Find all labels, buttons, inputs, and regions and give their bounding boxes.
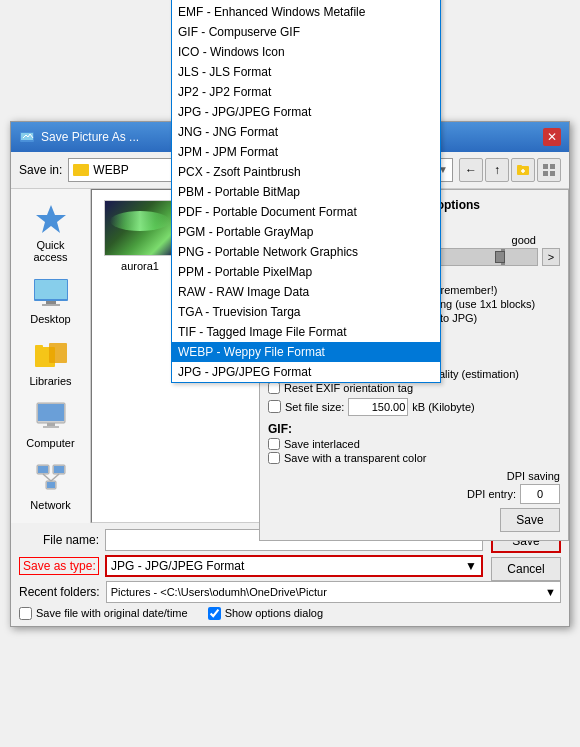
- format-item[interactable]: ICO - Windows Icon: [172, 42, 440, 62]
- good-label: good: [512, 234, 536, 246]
- format-item[interactable]: TGA - Truevision Targa: [172, 302, 440, 322]
- show-options-dialog-option[interactable]: Show options dialog: [208, 607, 323, 620]
- svg-line-28: [43, 474, 51, 481]
- gif-checkbox[interactable]: [268, 438, 280, 450]
- new-folder-button[interactable]: [511, 158, 535, 182]
- quality-thumb: [495, 251, 505, 263]
- sidebar-item-desktop-label: Desktop: [30, 313, 70, 325]
- save-as-type-row: Save as type: JPG - JPG/JPEG Format ▼: [19, 555, 483, 577]
- format-dropdown: BMP - Windows BitmapECW - Enhanced Compr…: [171, 0, 441, 383]
- format-item[interactable]: JNG - JNG Format: [172, 122, 440, 142]
- aurora-thumbnail: [105, 201, 175, 255]
- save-as-type-value: JPG - JPG/JPEG Format: [111, 559, 244, 573]
- dpi-entry-input[interactable]: [520, 484, 560, 504]
- format-item[interactable]: JLS - JLS Format: [172, 62, 440, 82]
- gif-checkbox-label: Save with a transparent color: [284, 452, 426, 464]
- format-item[interactable]: PCX - Zsoft Paintbrush: [172, 162, 440, 182]
- svg-rect-25: [54, 466, 64, 473]
- panel-save-row: Save: [268, 508, 560, 532]
- cancel-button[interactable]: Cancel: [491, 557, 561, 581]
- svg-rect-12: [35, 280, 67, 299]
- gif-checkbox-row: Save with a transparent color: [268, 452, 560, 464]
- svg-rect-19: [38, 404, 64, 421]
- nav-buttons: ← ↑: [459, 158, 561, 182]
- combo-dropdown-arrow-icon: ▼: [465, 559, 477, 573]
- recent-folders-row: Recent folders: Pictures - <C:\Users\odu…: [19, 581, 561, 603]
- recent-folders-label: Recent folders:: [19, 585, 100, 599]
- format-item[interactable]: WEBP - Weppy File Format: [172, 342, 440, 362]
- file-size-input[interactable]: 150.00: [348, 398, 408, 416]
- format-item[interactable]: GIF - Compuserve GIF: [172, 22, 440, 42]
- save-as-type-label: Save as type:: [19, 557, 99, 575]
- network-icon: [31, 461, 71, 497]
- new-folder-icon: [516, 163, 530, 177]
- save-date-option[interactable]: Save file with original date/time: [19, 607, 188, 620]
- dialog-title: Save Picture As ...: [41, 130, 139, 144]
- format-item[interactable]: PDF - Portable Document Format: [172, 202, 440, 222]
- format-item[interactable]: PBM - Portable BitMap: [172, 182, 440, 202]
- format-item[interactable]: JPM - JPM Format: [172, 142, 440, 162]
- sidebar-item-libraries[interactable]: Libraries: [15, 333, 86, 391]
- dpi-entry-label: DPI entry:: [467, 488, 516, 500]
- svg-rect-9: [550, 171, 555, 176]
- options-row: Save file with original date/time Show o…: [19, 607, 561, 620]
- save-in-label: Save in:: [19, 163, 62, 177]
- save-as-type-combo[interactable]: JPG - JPG/JPEG Format ▼: [105, 555, 483, 577]
- quality-increase-button[interactable]: >: [542, 248, 560, 266]
- recent-folders-value: Pictures - <C:\Users\odumh\OneDrive\Pict…: [111, 586, 327, 598]
- view-button[interactable]: [537, 158, 561, 182]
- svg-rect-17: [49, 343, 67, 363]
- quick-access-icon: [31, 201, 71, 237]
- save-date-checkbox[interactable]: [19, 607, 32, 620]
- computer-icon: [31, 399, 71, 435]
- svg-rect-8: [543, 171, 548, 176]
- gif-checkboxes: Save interlacedSave with a transparent c…: [268, 438, 560, 464]
- content-area: aurora1 col JPEG/GIF save options JPEG: …: [91, 189, 569, 523]
- sidebar-item-network[interactable]: Network: [15, 457, 86, 515]
- view-icon: [542, 163, 556, 177]
- file-name-aurora1: aurora1: [121, 260, 159, 272]
- file-size-checkbox[interactable]: [268, 400, 281, 413]
- libraries-icon: [31, 337, 71, 373]
- sidebar-item-computer[interactable]: Computer: [15, 395, 86, 453]
- sidebar-item-network-label: Network: [30, 499, 70, 511]
- jpeg-checkbox[interactable]: [268, 382, 280, 394]
- sidebar-item-quick-access-label: Quick access: [19, 239, 82, 263]
- format-item[interactable]: JP2 - JP2 Format: [172, 82, 440, 102]
- format-item[interactable]: JPG - JPG/JPEG Format: [172, 102, 440, 122]
- recent-folders-combo[interactable]: Pictures - <C:\Users\odumh\OneDrive\Pict…: [106, 581, 561, 603]
- gif-checkbox[interactable]: [268, 452, 280, 464]
- svg-rect-6: [543, 164, 548, 169]
- gif-section: GIF: Save interlacedSave with a transpar…: [268, 422, 560, 464]
- sidebar-item-desktop[interactable]: Desktop: [15, 271, 86, 329]
- svg-line-29: [51, 474, 59, 481]
- svg-rect-23: [38, 466, 48, 473]
- save-date-label: Save file with original date/time: [36, 607, 188, 619]
- gif-checkbox-label: Save interlaced: [284, 438, 360, 450]
- jpeg-checkbox-label: Reset EXIF orientation tag: [284, 382, 413, 394]
- jpeg-checkbox-row: Reset EXIF orientation tag: [268, 382, 560, 394]
- show-options-label: Show options dialog: [225, 607, 323, 619]
- file-thumb-aurora1: [104, 200, 176, 256]
- gif-checkbox-row: Save interlaced: [268, 438, 560, 450]
- format-item[interactable]: EMF - Enhanced Windows Metafile: [172, 2, 440, 22]
- file-item-aurora1[interactable]: aurora1: [100, 198, 180, 274]
- show-options-checkbox[interactable]: [208, 607, 221, 620]
- sidebar: Quick access Desktop: [11, 189, 91, 523]
- format-item[interactable]: PGM - Portable GrayMap: [172, 222, 440, 242]
- svg-marker-10: [36, 205, 66, 233]
- format-item[interactable]: TIF - Tagged Image File Format: [172, 322, 440, 342]
- up-button[interactable]: ↑: [485, 158, 509, 182]
- format-item[interactable]: PPM - Portable PixelMap: [172, 262, 440, 282]
- main-area: Quick access Desktop: [11, 189, 569, 523]
- panel-save-button[interactable]: Save: [500, 508, 560, 532]
- close-button[interactable]: ✕: [543, 128, 561, 146]
- sidebar-item-computer-label: Computer: [26, 437, 74, 449]
- format-item[interactable]: JPG - JPG/JPEG Format: [172, 362, 440, 382]
- svg-rect-27: [47, 482, 55, 488]
- sidebar-item-quick-access[interactable]: Quick access: [15, 197, 86, 267]
- dpi-entry-row: DPI entry:: [268, 484, 560, 504]
- back-button[interactable]: ←: [459, 158, 483, 182]
- format-item[interactable]: RAW - RAW Image Data: [172, 282, 440, 302]
- format-item[interactable]: PNG - Portable Network Graphics: [172, 242, 440, 262]
